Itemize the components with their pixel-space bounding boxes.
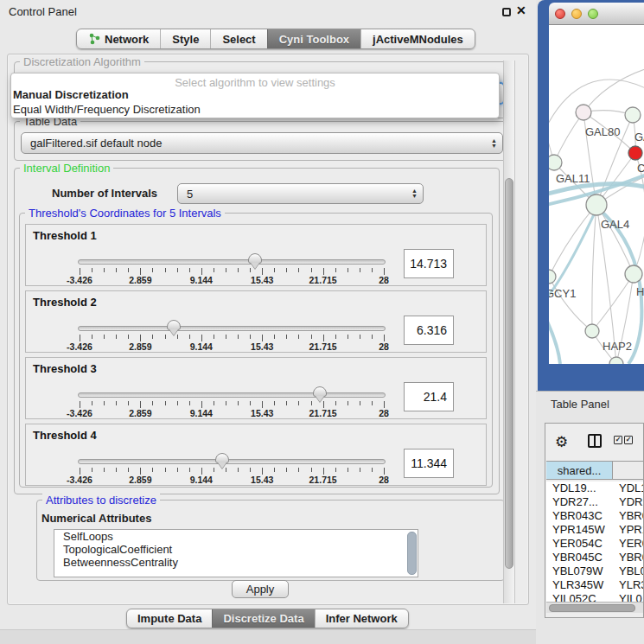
- slider-track[interactable]: [78, 459, 386, 464]
- attribute-list-item[interactable]: SelfLoops: [54, 530, 418, 543]
- table-cell[interactable]: YDL1: [613, 481, 644, 495]
- slider-track[interactable]: [78, 392, 386, 398]
- network-node-hap2[interactable]: [585, 324, 599, 338]
- tab-impute-data[interactable]: Impute Data: [127, 609, 212, 628]
- slider-tick: [238, 468, 239, 472]
- slider-tick: [250, 335, 251, 339]
- network-edge[interactable]: [592, 205, 596, 331]
- network-node-gal4[interactable]: [586, 194, 607, 215]
- float-window-icon[interactable]: [502, 8, 511, 16]
- tab-network[interactable]: Network: [77, 29, 160, 48]
- network-window-titlebar[interactable]: [549, 3, 644, 25]
- column-layout-icon[interactable]: [588, 434, 602, 448]
- table-cell[interactable]: YBL079W: [546, 564, 613, 578]
- threshold-label: Threshold 1: [33, 229, 97, 242]
- table-cell[interactable]: YDR27...: [546, 495, 613, 509]
- network-node-gal80[interactable]: [576, 105, 591, 120]
- slider-tick-label: 2.859: [117, 475, 163, 485]
- numerical-attributes-list[interactable]: SelfLoopsTopologicalCoefficientBetweenne…: [54, 529, 418, 577]
- slider-tick-label: 2.859: [117, 275, 163, 285]
- network-edge[interactable]: [592, 274, 634, 331]
- table-cell[interactable]: YER054C: [546, 537, 613, 551]
- tab-style[interactable]: Style: [160, 29, 210, 48]
- dropdown-item-2[interactable]: Equal Width/Frequency Discretization: [13, 103, 201, 116]
- tab-discretize-data[interactable]: Discretize Data: [212, 609, 314, 628]
- table-column-header-2[interactable]: name: [613, 461, 644, 480]
- threshold-value-field[interactable]: 14.713: [404, 249, 454, 278]
- network-node-label: GA: [634, 131, 644, 143]
- tab-infer-network[interactable]: Infer Network: [315, 609, 408, 628]
- num-intervals-label: Number of Intervals: [52, 187, 157, 200]
- apply-button[interactable]: Apply: [232, 580, 289, 598]
- algorithm-dropdown: Select algorithm to view settings Manual…: [10, 73, 500, 118]
- attribute-list-item[interactable]: BetweennessCentrality: [54, 556, 418, 569]
- table-cell[interactable]: YDR2: [613, 495, 644, 509]
- slider-tick: [214, 268, 214, 272]
- threshold-group-label: Threshold's Coordinates for 5 Intervals: [25, 207, 225, 220]
- slider-thumb[interactable]: [215, 453, 229, 463]
- list-scrollbar[interactable]: [407, 532, 417, 575]
- network-edge[interactable]: [554, 112, 583, 163]
- slider-tick: [274, 268, 275, 272]
- network-canvas[interactable]: GAL80GACGAL11GAL4GCY1HHAP2: [549, 25, 644, 364]
- slider-tick-label: -3.426: [56, 275, 103, 285]
- table-cell[interactable]: YBR0: [613, 509, 644, 523]
- table-cell[interactable]: YBR043C: [546, 509, 613, 523]
- table-cell[interactable]: YBR045C: [546, 551, 613, 564]
- threshold-value-field[interactable]: 11.344: [404, 449, 454, 478]
- slider-tick: [140, 468, 141, 475]
- close-traffic-light-icon[interactable]: [555, 9, 565, 19]
- slider-thumb[interactable]: [248, 253, 262, 264]
- network-edge[interactable]: [583, 68, 644, 112]
- slider-tick: [104, 401, 105, 405]
- tab-cyni-toolbox[interactable]: Cyni Toolbox: [267, 29, 360, 48]
- checkbox-icon[interactable]: ✓: [624, 436, 633, 444]
- network-node-label: C: [637, 162, 644, 175]
- table-cell[interactable]: YPR145W: [546, 523, 613, 537]
- slider-thumb[interactable]: [167, 320, 181, 330]
- num-intervals-spinner[interactable]: 5 ▲▼: [177, 183, 424, 204]
- slider-tick: [323, 401, 324, 408]
- dropdown-item-1[interactable]: Manual Discretization: [13, 88, 129, 101]
- network-node-h[interactable]: [625, 265, 642, 283]
- panel-scrollbar-thumb[interactable]: [505, 178, 513, 569]
- slider-tick: [80, 401, 80, 408]
- slider-tick: [92, 468, 92, 472]
- checkbox-icon[interactable]: ✓: [614, 436, 622, 444]
- slider-tick: [360, 268, 360, 272]
- network-edge[interactable]: [549, 205, 596, 277]
- tab-select[interactable]: Select: [210, 29, 266, 48]
- threshold-value-field[interactable]: 21.4: [404, 382, 454, 411]
- tab-label: Cyni Toolbox: [279, 33, 349, 46]
- slider-tick: [311, 401, 312, 405]
- slider-thumb[interactable]: [313, 386, 327, 397]
- network-node-label: GAL80: [585, 125, 620, 138]
- threshold-value-field[interactable]: 6.316: [404, 316, 454, 345]
- table-cell[interactable]: YDL19...: [546, 481, 613, 495]
- slider-track[interactable]: [78, 326, 386, 331]
- network-node-gcy1[interactable]: [549, 270, 556, 284]
- slider-tick-label: 2.859: [117, 408, 163, 418]
- gear-icon[interactable]: ⚙: [555, 433, 568, 451]
- table-cell[interactable]: YLR345W: [546, 578, 613, 592]
- attributes-group-label: Attributes to discretize: [42, 494, 160, 507]
- table-hscrollbar-thumb[interactable]: [549, 604, 635, 612]
- minimize-traffic-light-icon[interactable]: [571, 9, 582, 19]
- network-edge-thick[interactable]: [549, 310, 560, 364]
- table-hscrollbar[interactable]: [546, 602, 644, 613]
- table-cell[interactable]: YLR3: [613, 578, 644, 592]
- slider-track[interactable]: [78, 259, 386, 265]
- close-icon[interactable]: ✕: [516, 3, 526, 17]
- network-node-c[interactable]: [628, 146, 642, 160]
- network-node-gal11[interactable]: [549, 155, 562, 170]
- table-cell[interactable]: YBL0: [613, 564, 644, 578]
- table-column-header-1[interactable]: shared...: [546, 461, 613, 480]
- network-node-ga[interactable]: [625, 107, 641, 123]
- table-data-select[interactable]: galFiltered.sif default node ▲▼: [21, 132, 503, 154]
- table-cell[interactable]: YBR0: [613, 551, 644, 564]
- table-cell[interactable]: YPR1: [613, 523, 644, 537]
- attribute-list-item[interactable]: TopologicalCoefficient: [54, 543, 418, 556]
- table-cell[interactable]: YER0: [613, 537, 644, 551]
- tab-jactivemnodules[interactable]: jActiveMNodules: [360, 29, 475, 48]
- zoom-traffic-light-icon[interactable]: [588, 9, 598, 19]
